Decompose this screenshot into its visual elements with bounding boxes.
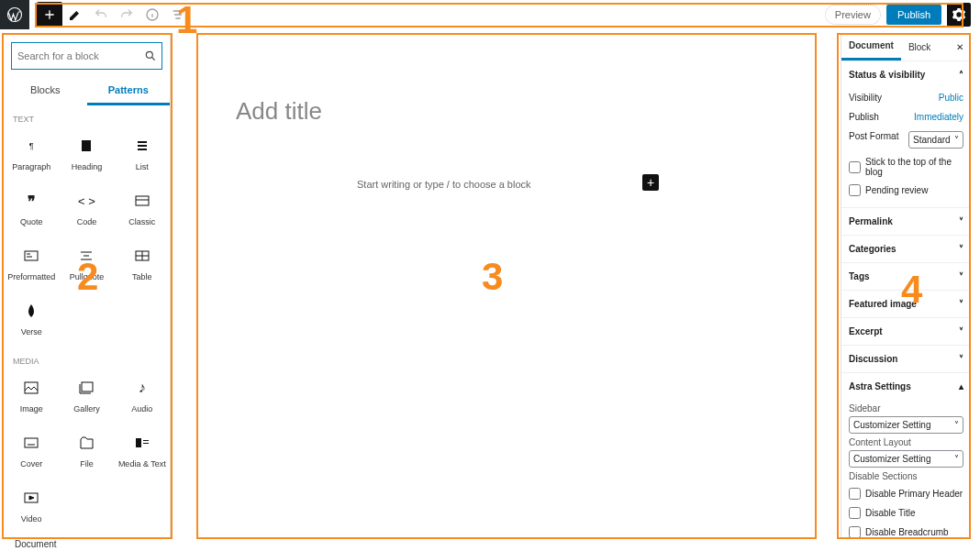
- block-pullquote[interactable]: Pullquote: [59, 237, 114, 292]
- gallery-icon: [77, 379, 95, 397]
- video-icon: [22, 489, 40, 507]
- post-format-select[interactable]: Standard˅: [908, 131, 963, 149]
- chevron-down-icon: ˅: [954, 135, 959, 145]
- svg-rect-3: [82, 140, 91, 151]
- disable-primary-header[interactable]: [849, 488, 861, 500]
- svg-point-2: [146, 51, 152, 58]
- block-paragraph[interactable]: ¶Paragraph: [4, 127, 59, 182]
- publish-button[interactable]: Publish: [886, 5, 941, 25]
- svg-rect-8: [82, 382, 93, 391]
- default-block-prompt[interactable]: Start writing or type / to choose a bloc…: [357, 179, 531, 190]
- publish-value[interactable]: Immediately: [914, 112, 963, 122]
- quote-icon: ❞: [22, 192, 40, 210]
- chevron-down-icon: ˅: [954, 420, 959, 430]
- wp-logo[interactable]: [0, 0, 29, 29]
- block-image[interactable]: Image: [4, 369, 59, 424]
- panel-excerpt[interactable]: Excerpt˅: [841, 318, 971, 345]
- panel-discussion[interactable]: Discussion˅: [841, 346, 971, 372]
- disable-title[interactable]: [849, 507, 861, 519]
- svg-rect-5: [25, 251, 38, 260]
- publish-label: Publish: [849, 112, 879, 122]
- editor-canvas[interactable]: Add title Start writing or type / to cho…: [197, 35, 815, 538]
- block-quote[interactable]: ❞Quote: [4, 182, 59, 237]
- post-format-label: Post Format: [849, 131, 898, 149]
- verse-icon: [22, 302, 40, 320]
- panel-permalink[interactable]: Permalink˅: [841, 208, 971, 235]
- sidebar-select-label: Sidebar: [849, 403, 963, 413]
- panel-astra[interactable]: Astra Settings▴: [841, 373, 971, 400]
- chevron-up-icon: ˄: [959, 70, 963, 80]
- chevron-down-icon: ˅: [959, 326, 963, 336]
- audio-icon: ♪: [133, 379, 151, 397]
- svg-rect-9: [25, 438, 38, 447]
- panel-categories[interactable]: Categories˅: [841, 236, 971, 262]
- block-code[interactable]: < >Code: [59, 182, 114, 237]
- edit-mode-button[interactable]: [62, 2, 88, 28]
- chevron-down-icon: ˅: [959, 244, 963, 254]
- block-video[interactable]: Video: [4, 479, 59, 534]
- heading-icon: [77, 137, 95, 155]
- preformatted-icon: [22, 247, 40, 265]
- preview-button[interactable]: Preview: [825, 5, 881, 25]
- chevron-down-icon: ˅: [959, 216, 963, 226]
- content-layout-select[interactable]: Customizer Setting˅: [849, 450, 963, 468]
- image-icon: [22, 379, 40, 397]
- block-table[interactable]: Table: [115, 237, 170, 292]
- stick-checkbox[interactable]: [849, 161, 861, 173]
- block-cover[interactable]: Cover: [4, 424, 59, 479]
- block-list[interactable]: List: [115, 127, 170, 182]
- tab-patterns[interactable]: Patterns: [87, 77, 171, 105]
- search-input-wrapper[interactable]: [11, 42, 162, 70]
- block-verse[interactable]: Verse: [4, 292, 59, 347]
- svg-rect-7: [25, 382, 38, 393]
- editor-toolbar: Preview Publish: [0, 0, 980, 29]
- category-media: MEDIA: [4, 347, 170, 369]
- tab-blocks[interactable]: Blocks: [4, 77, 87, 105]
- info-button[interactable]: [139, 2, 165, 28]
- publish-label: Publish: [897, 9, 930, 20]
- settings-button[interactable]: [947, 3, 971, 27]
- chevron-down-icon: ˅: [959, 354, 963, 364]
- undo-button[interactable]: [88, 2, 114, 28]
- search-input[interactable]: [17, 50, 144, 61]
- settings-sidebar: Document Block ✕ Status & visibility˄ Vi…: [841, 33, 971, 537]
- paragraph-icon: ¶: [22, 137, 40, 155]
- block-file[interactable]: File: [59, 424, 114, 479]
- preview-label: Preview: [835, 9, 871, 20]
- disable-breadcrumb[interactable]: [849, 526, 861, 537]
- category-text: TEXT: [4, 105, 170, 127]
- block-media-text[interactable]: Media & Text: [115, 424, 170, 479]
- tab-document[interactable]: Document: [841, 33, 901, 61]
- svg-rect-11: [143, 440, 149, 441]
- tab-block-settings[interactable]: Block: [901, 35, 938, 60]
- visibility-value[interactable]: Public: [939, 93, 963, 103]
- chevron-down-icon: ˅: [954, 454, 959, 464]
- media-text-icon: [133, 434, 151, 452]
- inline-add-block-button[interactable]: +: [642, 174, 659, 191]
- chevron-down-icon: ˅: [959, 299, 963, 309]
- add-block-button[interactable]: [37, 2, 62, 28]
- post-title-input[interactable]: Add title: [236, 97, 322, 126]
- document-status: Document: [15, 539, 57, 549]
- block-audio[interactable]: ♪Audio: [115, 369, 170, 424]
- content-layout-label: Content Layout: [849, 437, 963, 447]
- pending-checkbox[interactable]: [849, 184, 861, 196]
- sidebar-select[interactable]: Customizer Setting˅: [849, 416, 963, 434]
- panel-tags[interactable]: Tags˅: [841, 263, 971, 290]
- visibility-label: Visibility: [849, 93, 882, 103]
- category-design: DESIGN: [4, 534, 170, 537]
- block-classic[interactable]: Classic: [115, 182, 170, 237]
- block-heading[interactable]: Heading: [59, 127, 114, 182]
- table-icon: [133, 247, 151, 265]
- outline-button[interactable]: [165, 2, 191, 28]
- chevron-down-icon: ˅: [959, 271, 963, 281]
- close-settings-button[interactable]: ✕: [949, 42, 971, 52]
- code-icon: < >: [77, 192, 95, 210]
- block-gallery[interactable]: Gallery: [59, 369, 114, 424]
- chevron-up-icon: ▴: [959, 381, 963, 391]
- block-inserter-panel: Blocks Patterns TEXT ¶Paragraph Heading …: [4, 35, 171, 537]
- panel-featured[interactable]: Featured image˅: [841, 291, 971, 317]
- panel-status[interactable]: Status & visibility˄: [841, 61, 971, 88]
- block-preformatted[interactable]: Preformatted: [4, 237, 59, 292]
- redo-button[interactable]: [114, 2, 139, 28]
